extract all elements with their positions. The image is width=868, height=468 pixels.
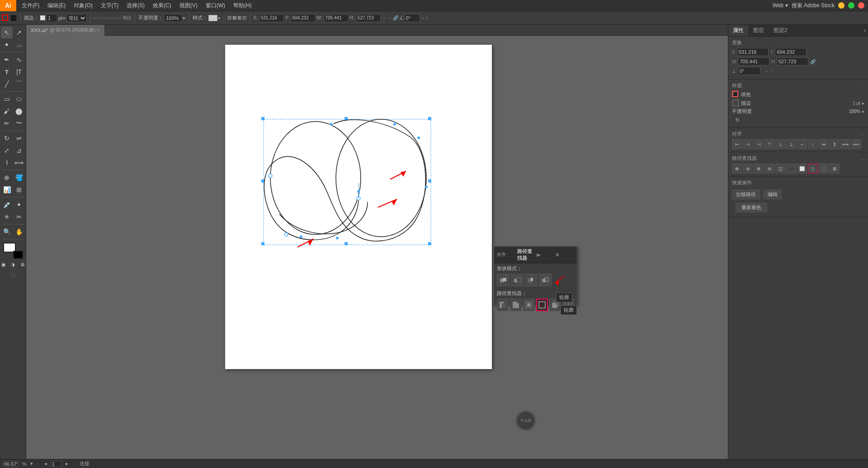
width-tool[interactable]: ⟺ <box>13 157 25 168</box>
recolor-btn[interactable]: 重新着色 <box>736 203 767 212</box>
align-right-btn[interactable]: ⊣ <box>754 139 764 149</box>
shear-tool[interactable]: ⊿ <box>13 145 25 156</box>
menu-select[interactable]: 选择(S) <box>123 1 148 10</box>
none-mode-btn[interactable]: ⊠ <box>18 261 27 267</box>
warp-tool[interactable]: ⌇ <box>1 157 13 168</box>
dist-h-btn[interactable]: ↔ <box>797 139 807 149</box>
edit-btn[interactable]: 编辑 <box>764 190 782 199</box>
lasso-tool[interactable]: ⌓ <box>13 39 25 51</box>
pf-outline-btn-f[interactable] <box>536 299 548 311</box>
smooth-tool[interactable]: 〜 <box>13 117 25 129</box>
y-input[interactable] <box>291 14 316 22</box>
type-tool[interactable]: T <box>1 66 13 78</box>
page-input[interactable] <box>51 461 62 467</box>
angle-input[interactable] <box>404 14 420 22</box>
pf-divide-btn-f[interactable] <box>562 299 574 311</box>
stroke-type-select[interactable]: 等比 <box>66 14 87 22</box>
minimize-button[interactable] <box>838 2 844 9</box>
scale-tool[interactable]: ⤢ <box>1 145 13 156</box>
align-top-btn[interactable]: ⊤ <box>764 139 774 149</box>
pf-menu-btn[interactable]: ≡ <box>556 252 574 258</box>
pathfinder-more[interactable]: ⋯ <box>860 157 864 162</box>
flip-v-right-icon[interactable]: ↕ <box>770 69 773 74</box>
magic-wand-tool[interactable]: ✦ <box>1 39 13 51</box>
pf-trim-btn[interactable]: ◫ <box>775 164 785 173</box>
panel-tab-layers[interactable]: 图层 <box>749 25 769 36</box>
tab-close-button[interactable]: × <box>97 28 100 33</box>
curvature-tool[interactable]: ∿ <box>13 54 25 66</box>
rectangle-tool[interactable]: ▭ <box>1 93 13 105</box>
selection-tool[interactable]: ↖ <box>1 27 13 38</box>
flip-h-right-icon[interactable]: ↔ <box>764 69 769 74</box>
menu-file[interactable]: 文件(F) <box>18 1 43 10</box>
align-more[interactable]: ⋯ <box>860 132 864 137</box>
pf-unite-btn[interactable]: ⊕ <box>732 164 742 173</box>
pf-outline-btn[interactable]: ◻ <box>808 164 818 173</box>
paintbrush-tool[interactable]: 🖌 <box>1 105 13 117</box>
pf-back-btn[interactable]: ⬚ <box>819 164 829 173</box>
menu-view[interactable]: 视图(V) <box>176 1 201 10</box>
align-left-btn[interactable]: ⊢ <box>732 139 742 149</box>
menu-help[interactable]: 帮助(H) <box>230 1 255 10</box>
menu-edit[interactable]: 编辑(E) <box>44 1 69 10</box>
color-mode-btn[interactable]: ▣ <box>0 261 8 267</box>
move-path-btn[interactable]: 位移路径 <box>732 190 760 199</box>
align-hcenter-btn[interactable]: ⊣ <box>743 139 753 149</box>
dist-h3-btn[interactable]: ⟺ <box>840 139 850 149</box>
pf-crop-btn-f[interactable] <box>523 299 535 311</box>
rotate-tool[interactable]: ↻ <box>1 132 13 144</box>
opacity-expand-icon[interactable]: ▸ <box>862 109 864 114</box>
arc-tool[interactable]: ⌒ <box>13 78 25 90</box>
menu-window[interactable]: 窗口(W) <box>202 1 229 10</box>
vertical-type-tool[interactable]: |T <box>13 66 25 78</box>
slice-tool[interactable]: ✂ <box>13 211 25 223</box>
transform-w-input[interactable] <box>738 57 769 66</box>
pf-minus-btn[interactable]: ⊖ <box>743 164 753 173</box>
dist-v3-btn[interactable]: ⟸ <box>851 139 861 149</box>
eyedropper-tool[interactable]: 💉 <box>1 199 13 211</box>
align-bottom-btn[interactable]: ⊥ <box>786 139 796 149</box>
zoom-input[interactable] <box>3 461 19 467</box>
pf-merge-btn[interactable]: ⬛ <box>786 164 796 173</box>
close-button[interactable] <box>858 2 864 9</box>
opacity-input[interactable] <box>164 14 182 22</box>
panel-menu-icon[interactable]: ≡ <box>863 28 866 33</box>
maximize-button[interactable] <box>848 2 854 9</box>
transform-h-input[interactable] <box>777 57 808 66</box>
live-paint-tool[interactable]: 🪣 <box>13 172 25 183</box>
shape-builder-tool[interactable]: ⊕ <box>1 172 13 183</box>
pen-tool[interactable]: ✒ <box>1 54 13 66</box>
stroke-width-input[interactable] <box>46 14 57 22</box>
ellipse-tool[interactable]: ⬭ <box>13 93 25 105</box>
align-vcenter-btn[interactable]: ⊥ <box>775 139 785 149</box>
menu-object[interactable]: 对象(O) <box>70 1 96 10</box>
zoom-down-icon[interactable]: ▾ <box>30 461 33 467</box>
pf-intersect-btn[interactable]: ⊗ <box>754 164 764 173</box>
transform-y-input[interactable] <box>775 48 807 56</box>
zoom-tool[interactable]: 🔍 <box>1 226 13 238</box>
pf-shape-minus[interactable] <box>511 274 524 286</box>
pf-shape-intersect[interactable] <box>525 274 538 286</box>
menu-effect[interactable]: 效果(C) <box>149 1 175 10</box>
pf-collapse-btn[interactable]: ≫ <box>536 253 554 257</box>
appearance-more[interactable]: ⋯ <box>860 84 864 89</box>
blend-tool[interactable]: ✦ <box>13 199 25 211</box>
pf-crop-btn[interactable]: ⬜ <box>797 164 807 173</box>
dist-v2-btn[interactable]: ⇕ <box>830 139 840 149</box>
pf-back-minus-btn[interactable] <box>549 299 561 311</box>
transform-x-input[interactable] <box>737 48 769 56</box>
hand-tool[interactable]: ✋ <box>13 226 25 238</box>
artboard-tool[interactable]: ⬛ <box>7 269 19 281</box>
pf-shape-unite[interactable] <box>497 274 509 286</box>
reflect-tool[interactable]: ⇌ <box>13 132 25 144</box>
pf-trim-btn-f[interactable] <box>497 299 509 311</box>
background-color[interactable] <box>13 251 23 259</box>
menu-text[interactable]: 文字(T) <box>97 1 122 10</box>
graph-tool[interactable]: 📊 <box>1 184 13 196</box>
mesh-tool[interactable]: ⊞ <box>13 184 25 196</box>
transform-angle-input[interactable] <box>738 67 760 75</box>
pencil-tool[interactable]: ✏ <box>1 117 13 129</box>
pf-shape-exclude[interactable] <box>539 274 552 286</box>
gradient-mode-btn[interactable]: ◑ <box>9 261 18 267</box>
w-input[interactable] <box>324 14 349 22</box>
